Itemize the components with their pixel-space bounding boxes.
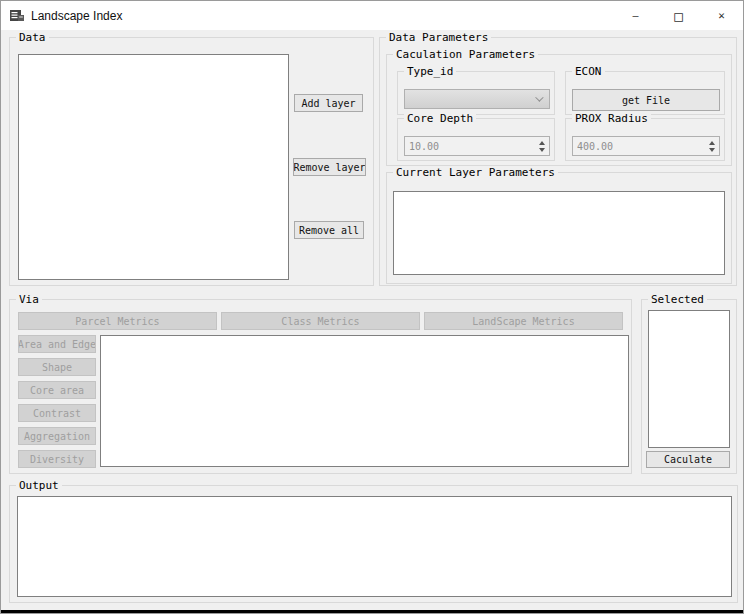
- minimize-icon: —: [632, 10, 638, 21]
- prox-radius-spinbox: [572, 136, 720, 156]
- core-depth-label: Core Depth: [404, 112, 476, 125]
- category-diversity-button[interactable]: Diversity: [18, 450, 96, 468]
- app-window: Landscape Index — □ ✕ Data Add layer Rem…: [0, 0, 744, 614]
- prox-radius-label: PROX Radius: [572, 112, 651, 125]
- layer-list[interactable]: [18, 54, 289, 280]
- titlebar: Landscape Index — □ ✕: [1, 1, 743, 30]
- data-group: Data Add layer Remove layer Remove all: [9, 37, 374, 286]
- minimize-button[interactable]: —: [614, 1, 657, 30]
- add-layer-button[interactable]: Add layer: [294, 94, 363, 112]
- prox-radius-input[interactable]: [573, 141, 704, 152]
- prox-radius-group: PROX Radius: [565, 118, 725, 161]
- prox-radius-spin-buttons[interactable]: [704, 137, 719, 155]
- econ-group: ECON get File: [565, 71, 725, 115]
- category-aggregation-button[interactable]: Aggregation: [18, 427, 96, 445]
- current-layer-parameters-box[interactable]: [393, 191, 725, 275]
- maximize-icon: □: [674, 9, 682, 23]
- selected-group: Selected Caculate: [641, 299, 737, 474]
- core-depth-spinbox: [404, 136, 550, 156]
- core-depth-group: Core Depth: [397, 118, 555, 161]
- category-shape-button[interactable]: Shape: [18, 358, 96, 376]
- output-group: Output: [9, 485, 738, 603]
- maximize-button[interactable]: □: [657, 1, 700, 30]
- calculation-parameters-group: Caculation Parameters Type_id ECON get F…: [386, 54, 732, 166]
- econ-label: ECON: [572, 65, 605, 78]
- current-layer-parameters-group: Current Layer Parameters: [386, 172, 732, 284]
- remove-layer-button[interactable]: Remove layer: [293, 158, 366, 176]
- app-icon: [9, 8, 25, 24]
- chevron-down-icon: [535, 93, 543, 101]
- spin-up-icon: [709, 141, 715, 145]
- category-contrast-button[interactable]: Contrast: [18, 404, 96, 422]
- type-id-group: Type_id: [397, 71, 555, 115]
- window-controls: — □ ✕: [614, 1, 743, 30]
- selected-group-label: Selected: [648, 293, 707, 306]
- close-icon: ✕: [718, 9, 725, 22]
- calculate-button[interactable]: Caculate: [646, 451, 730, 468]
- type-id-select[interactable]: [404, 89, 550, 109]
- core-depth-input[interactable]: [405, 141, 534, 152]
- remove-all-button[interactable]: Remove all: [294, 221, 364, 239]
- category-core-area-button[interactable]: Core area: [18, 381, 96, 399]
- type-id-label: Type_id: [404, 65, 456, 78]
- selected-list[interactable]: [648, 310, 730, 448]
- spin-down-icon: [709, 148, 715, 152]
- core-depth-spin-buttons[interactable]: [534, 137, 549, 155]
- current-layer-parameters-label: Current Layer Parameters: [393, 166, 558, 179]
- metrics-list-box[interactable]: [100, 335, 629, 467]
- via-group: Via Parcel Metrics Class Metrics LandSca…: [9, 299, 632, 474]
- tab-parcel-metrics[interactable]: Parcel Metrics: [18, 312, 217, 330]
- tab-class-metrics[interactable]: Class Metrics: [221, 312, 420, 330]
- category-area-and-edge-button[interactable]: Area and Edge: [18, 335, 96, 353]
- window-title: Landscape Index: [31, 9, 122, 23]
- spin-up-icon: [539, 141, 545, 145]
- data-group-label: Data: [16, 31, 49, 44]
- close-button[interactable]: ✕: [700, 1, 743, 30]
- tab-landscape-metrics[interactable]: LandScape Metrics: [424, 312, 623, 330]
- client-area: Data Add layer Remove layer Remove all D…: [1, 30, 744, 612]
- data-parameters-label: Data Parameters: [386, 31, 491, 44]
- output-box[interactable]: [17, 496, 732, 597]
- data-parameters-group: Data Parameters Caculation Parameters Ty…: [379, 37, 737, 286]
- calculation-parameters-label: Caculation Parameters: [393, 48, 538, 61]
- window-bottom-edge: [1, 610, 743, 613]
- output-group-label: Output: [16, 479, 62, 492]
- get-file-button[interactable]: get File: [572, 89, 720, 111]
- via-group-label: Via: [16, 293, 42, 306]
- spin-down-icon: [539, 148, 545, 152]
